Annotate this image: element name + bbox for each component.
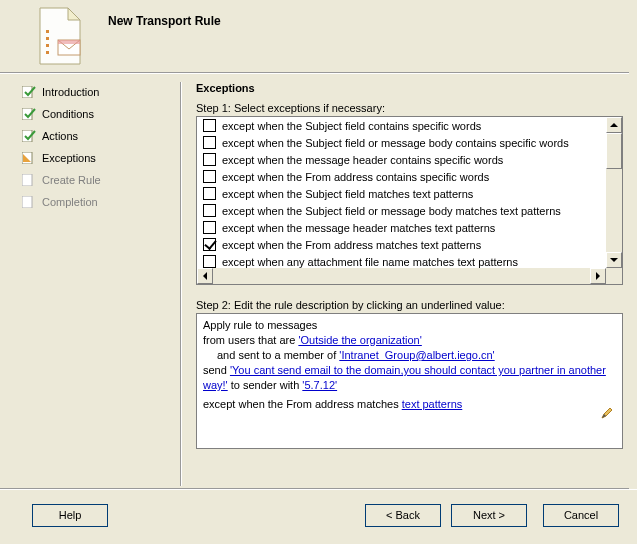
exception-label: except when the From address matches tex… — [222, 239, 481, 251]
back-button[interactable]: < Back — [365, 504, 441, 527]
exception-label: except when the message header contains … — [222, 154, 503, 166]
exception-checkbox[interactable] — [203, 153, 216, 166]
exceptions-listbox[interactable]: except when the Subject field contains s… — [196, 116, 623, 285]
sidebar-item-label: Create Rule — [42, 174, 101, 186]
sidebar-item-actions[interactable]: Actions — [22, 126, 174, 146]
step-current-icon — [22, 152, 36, 164]
wizard-page-icon — [34, 6, 84, 68]
exception-row[interactable]: except when the message header contains … — [197, 151, 606, 168]
desc-line-sent-to: and sent to a member of 'Intranet_Group@… — [217, 348, 616, 363]
step1-label: Step 1: Select exceptions if necessary: — [196, 102, 623, 114]
rule-description-box: Apply rule to messages from users that a… — [196, 313, 623, 449]
scroll-thumb[interactable] — [606, 133, 622, 169]
svg-rect-5 — [46, 51, 49, 54]
exception-label: except when any attachment file name mat… — [222, 256, 518, 268]
scroll-left-button[interactable] — [197, 268, 213, 284]
exception-label: except when the Subject field or message… — [222, 205, 561, 217]
scrollbar-corner — [606, 268, 622, 284]
scroll-up-button[interactable] — [606, 117, 622, 133]
link-scope[interactable]: 'Outside the organization' — [298, 334, 421, 346]
exception-checkbox[interactable] — [203, 170, 216, 183]
sidebar-item-conditions[interactable]: Conditions — [22, 104, 174, 124]
link-group[interactable]: 'Intranet_Group@albert.iego.cn' — [339, 349, 494, 361]
sidebar-item-label: Introduction — [42, 86, 99, 98]
wizard-footer: Help < Back Next > Cancel — [0, 489, 637, 544]
exception-row[interactable]: except when any attachment file name mat… — [197, 253, 606, 268]
exception-label: except when the message header matches t… — [222, 222, 495, 234]
exception-checkbox[interactable] — [203, 136, 216, 149]
svg-rect-7 — [58, 40, 80, 44]
wizard-steps-sidebar: Introduction Conditions Actions Exceptio… — [22, 82, 174, 214]
exception-checkbox[interactable] — [203, 238, 216, 251]
step2-label: Step 2: Edit the rule description by cli… — [196, 299, 623, 311]
sidebar-item-introduction[interactable]: Introduction — [22, 82, 174, 102]
sidebar-item-label: Conditions — [42, 108, 94, 120]
sidebar-item-exceptions[interactable]: Exceptions — [22, 148, 174, 168]
help-button[interactable]: Help — [32, 504, 108, 527]
exception-row[interactable]: except when the From address matches tex… — [197, 236, 606, 253]
exception-row[interactable]: except when the From address contains sp… — [197, 168, 606, 185]
svg-rect-14 — [22, 196, 32, 208]
exception-checkbox[interactable] — [203, 221, 216, 234]
svg-rect-4 — [46, 44, 49, 47]
exception-row[interactable]: except when the message header matches t… — [197, 219, 606, 236]
step-pending-icon — [22, 196, 36, 208]
scroll-right-button[interactable] — [590, 268, 606, 284]
step-done-icon — [22, 86, 36, 98]
sidebar-item-label: Exceptions — [42, 152, 96, 164]
desc-line-apply: Apply rule to messages — [203, 318, 616, 333]
exception-label: except when the From address contains sp… — [222, 171, 489, 183]
exception-checkbox[interactable] — [203, 204, 216, 217]
exception-checkbox[interactable] — [203, 119, 216, 132]
sidebar-item-create-rule[interactable]: Create Rule — [22, 170, 174, 190]
main-panel: Exceptions Step 1: Select exceptions if … — [196, 82, 623, 486]
wizard-title: New Transport Rule — [108, 14, 221, 28]
desc-line-except: except when the From address matches tex… — [203, 397, 616, 412]
link-text-patterns[interactable]: text patterns — [402, 398, 463, 410]
exception-checkbox[interactable] — [203, 255, 216, 268]
exception-row[interactable]: except when the Subject field contains s… — [197, 117, 606, 134]
desc-line-send: send 'You cant send email to the domain,… — [203, 363, 616, 393]
sidebar-item-completion[interactable]: Completion — [22, 192, 174, 212]
scroll-down-button[interactable] — [606, 252, 622, 268]
vertical-separator — [180, 82, 182, 486]
step-done-icon — [22, 108, 36, 120]
svg-marker-1 — [68, 8, 80, 20]
exception-label: except when the Subject field or message… — [222, 137, 569, 149]
svg-rect-13 — [22, 174, 32, 186]
exception-label: except when the Subject field matches te… — [222, 188, 473, 200]
exception-row[interactable]: except when the Subject field or message… — [197, 202, 606, 219]
step-pending-icon — [22, 174, 36, 186]
exception-row[interactable]: except when the Subject field or message… — [197, 134, 606, 151]
cancel-button[interactable]: Cancel — [543, 504, 619, 527]
horizontal-scrollbar[interactable] — [197, 268, 606, 284]
exception-checkbox[interactable] — [203, 187, 216, 200]
edit-pencil-icon[interactable] — [600, 406, 614, 420]
wizard-header: New Transport Rule — [0, 0, 637, 74]
svg-rect-3 — [46, 37, 49, 40]
sidebar-item-label: Actions — [42, 130, 78, 142]
svg-rect-2 — [46, 30, 49, 33]
sidebar-item-label: Completion — [42, 196, 98, 208]
link-status-code[interactable]: '5.7.12' — [302, 379, 337, 391]
exception-label: except when the Subject field contains s… — [222, 120, 481, 132]
section-title: Exceptions — [196, 82, 623, 94]
desc-line-from: from users that are 'Outside the organiz… — [203, 333, 616, 348]
vertical-scrollbar[interactable] — [606, 117, 622, 268]
next-button[interactable]: Next > — [451, 504, 527, 527]
step-done-icon — [22, 130, 36, 142]
exception-row[interactable]: except when the Subject field matches te… — [197, 185, 606, 202]
